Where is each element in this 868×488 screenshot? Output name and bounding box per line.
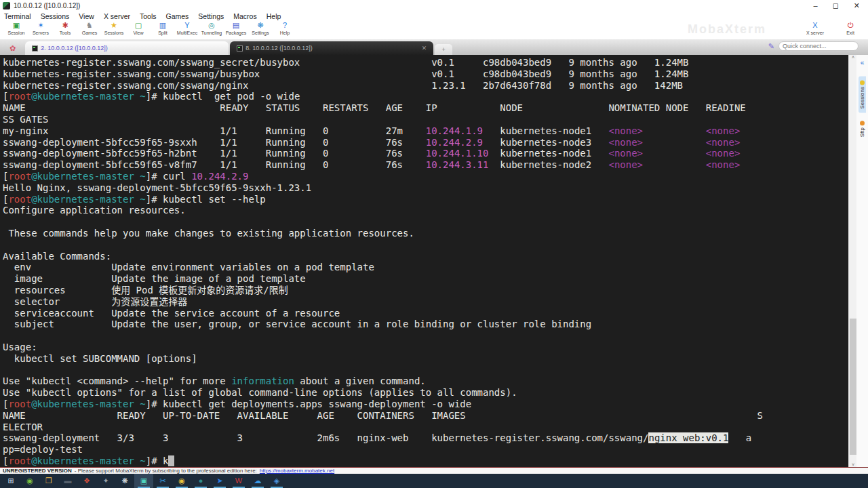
tab-session-2[interactable]: 2. 10.0.0.12 ([10.0.0.12]): [25, 41, 229, 55]
screenshot-app-icon[interactable]: ✂: [153, 474, 172, 488]
mobaxterm-icon[interactable]: ▣: [134, 474, 153, 488]
wps-icon[interactable]: W: [229, 474, 248, 488]
tab-label: 8. 10.0.0.12 ([10.0.0.12]): [245, 45, 313, 52]
tab-close-icon[interactable]: ✕: [408, 45, 427, 52]
toolbar-button-label: Settings: [252, 30, 269, 36]
menu-item-settings[interactable]: Settings: [198, 12, 224, 20]
games-icon: ♞: [86, 21, 93, 30]
start-button[interactable]: ⊞: [1, 474, 20, 488]
tools-button[interactable]: ✱Tools: [53, 21, 77, 36]
terminal-line: [root@kubernetes-master ~]# kubectl get …: [3, 91, 848, 102]
multiexec-icon: Y: [184, 21, 189, 30]
terminal-scrollbar[interactable]: ˄ ˅: [848, 55, 856, 467]
tunneling-icon: ◎: [208, 21, 215, 30]
sidebar-tab-sessions[interactable]: Sessions: [859, 76, 866, 113]
white-flower-icon[interactable]: ❋: [115, 474, 134, 488]
dark-app-icon: ▬: [64, 476, 72, 485]
session-button[interactable]: ▣Session: [4, 21, 28, 36]
toolbar-button-label: Tunneling: [201, 30, 222, 36]
windows-taskbar: ⊞◉❒▬❖✦❋▣✂◉●➤W☁◈: [0, 474, 868, 488]
quick-connect-input[interactable]: [778, 41, 859, 51]
cloud-app-icon: ☁: [254, 476, 262, 485]
settings-button[interactable]: ❋Settings: [248, 21, 273, 36]
exit-button[interactable]: ⏻Exit: [838, 21, 863, 36]
terminal-line: NAME READY STATUS RESTARTS AGE IP NODE N…: [3, 102, 848, 114]
terminal-line: ELECTOR: [3, 422, 848, 433]
toolbar-button-label: X server: [806, 30, 824, 36]
cloud-app-icon[interactable]: ☁: [248, 474, 267, 488]
scroll-up-icon[interactable]: ˄: [849, 55, 857, 60]
menu-item-view[interactable]: View: [79, 12, 94, 20]
file-explorer-icon: ❒: [45, 476, 52, 485]
terminal-line: sswang-deployment-5bfcc59f65-h2bnt 1/1 R…: [3, 148, 848, 159]
start-button: ⊞: [7, 476, 14, 485]
toolbar-button-label: View: [133, 30, 143, 36]
sidebar-tab-sftp[interactable]: Sftp: [859, 117, 866, 141]
scrollbar-thumb[interactable]: [850, 319, 856, 455]
exit-icon: ⏻: [848, 21, 854, 30]
terminal-line: [3, 330, 848, 342]
menu-item-x-server[interactable]: X server: [104, 12, 130, 20]
x-server-icon: X: [812, 21, 817, 30]
minimize-button[interactable]: –: [814, 1, 818, 10]
dark-app-icon[interactable]: ▬: [58, 474, 77, 488]
file-explorer-icon[interactable]: ❒: [39, 474, 58, 488]
close-button[interactable]: ✕: [854, 1, 860, 10]
sftp-tab-icon: [860, 121, 865, 125]
x-server-button[interactable]: XX server: [803, 21, 827, 36]
games-button[interactable]: ♞Games: [77, 21, 102, 36]
terminal-line: kubectl set SUBCOMMAND [options]: [3, 353, 848, 365]
collapse-sidebar-icon[interactable]: «: [861, 59, 865, 66]
help-button[interactable]: ?Help: [273, 21, 297, 36]
terminal-line: sswang-deployment-5bfcc59f65-9sxxh 1/1 R…: [3, 137, 848, 148]
sessions-button[interactable]: ★Sessions: [102, 21, 126, 36]
help-icon: ?: [283, 21, 287, 30]
terminal-screen[interactable]: kubernetes-register.sswang.com/sswang_se…: [0, 55, 848, 467]
colorful-app-icon[interactable]: ❖: [77, 474, 96, 488]
home-icon[interactable]: ✿: [3, 44, 25, 55]
toolbar-button-label: Help: [280, 30, 290, 36]
teal-app-icon: ●: [199, 476, 203, 485]
blue-circle-app-icon[interactable]: ◈: [267, 474, 286, 488]
terminal-line: kubernetes-register.sswang.com/sswang_se…: [3, 57, 848, 68]
menu-item-games[interactable]: Games: [165, 12, 189, 20]
gray-app-icon: ✦: [102, 476, 108, 485]
terminal-line: Configure application resources.: [3, 205, 848, 216]
menu-item-tools[interactable]: Tools: [140, 12, 157, 20]
toolbar-button-label: Servers: [33, 30, 49, 36]
maximize-button[interactable]: ◻: [833, 1, 839, 10]
terminal-line: [3, 239, 848, 251]
servers-button[interactable]: ✶Servers: [28, 21, 53, 36]
toolbar-button-label: Sessions: [104, 30, 123, 36]
tunneling-button[interactable]: ◎Tunneling: [199, 21, 224, 36]
teal-app-icon[interactable]: ●: [191, 474, 210, 488]
gray-app-icon[interactable]: ✦: [96, 474, 115, 488]
toolbar-button-label: Exit: [846, 30, 854, 36]
menu-item-terminal[interactable]: Terminal: [4, 12, 31, 20]
terminal-line: [root@kubernetes-master ~]# curl 10.244.…: [3, 171, 848, 182]
scroll-down-icon[interactable]: ˅: [849, 462, 857, 467]
terminal-line: pp=deploy-test: [3, 444, 848, 455]
menu-item-macros[interactable]: Macros: [233, 12, 256, 20]
blue-bird-app-icon[interactable]: ➤: [210, 474, 229, 488]
mobatek-link[interactable]: https://mobaxterm.mobatek.net: [260, 468, 334, 474]
menu-item-help[interactable]: Help: [267, 12, 281, 20]
toolbar-button-label: Tools: [60, 30, 71, 36]
menu-item-sessions[interactable]: Sessions: [41, 12, 70, 20]
new-tab-button[interactable]: +: [435, 44, 452, 55]
multiexec-button[interactable]: YMultiExec: [175, 21, 199, 36]
packages-button[interactable]: ▤Packages: [224, 21, 248, 36]
split-button[interactable]: ▥Split: [151, 21, 175, 36]
tab-session-8[interactable]: 8. 10.0.0.12 ([10.0.0.12]) ✕: [230, 41, 433, 55]
terminal-line: Use "kubectl <command> --help" for more …: [3, 375, 848, 387]
green-app-icon: ◉: [26, 476, 33, 485]
terminal-line: Use "kubectl options" for a list of glob…: [3, 387, 848, 399]
view-button[interactable]: ▢View: [126, 21, 151, 36]
menu-bar: TerminalSessionsViewX serverToolsGamesSe…: [0, 11, 868, 21]
toolbar-button-label: Session: [8, 30, 25, 36]
green-app-icon[interactable]: ◉: [20, 474, 39, 488]
blue-bird-app-icon: ➤: [216, 476, 222, 485]
chrome-icon[interactable]: ◉: [172, 474, 191, 488]
pen-icon: ✎: [768, 42, 774, 51]
terminal-line: [root@kubernetes-master ~]# k: [3, 455, 848, 467]
